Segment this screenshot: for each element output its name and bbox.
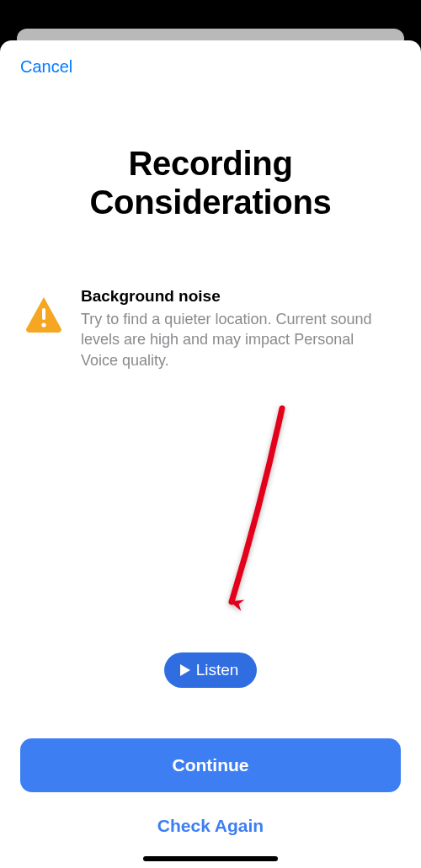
listen-button[interactable]: Listen	[164, 652, 258, 688]
modal-sheet: Cancel Recording Considerations Backgrou…	[0, 40, 421, 868]
consideration-body: Try to find a quieter location. Current …	[81, 309, 394, 370]
listen-button-container: Listen	[20, 652, 401, 688]
svg-rect-0	[42, 308, 45, 320]
cancel-button[interactable]: Cancel	[20, 54, 72, 80]
spacer	[20, 370, 401, 652]
page-title-line1: Recording	[128, 145, 292, 182]
home-indicator	[143, 856, 278, 861]
continue-button[interactable]: Continue	[20, 738, 401, 792]
page-title-line2: Considerations	[90, 184, 332, 221]
consideration-text: Background noise Try to find a quieter l…	[81, 287, 397, 370]
play-icon	[179, 663, 191, 677]
svg-point-1	[41, 322, 45, 327]
check-again-button[interactable]: Check Again	[157, 816, 264, 836]
consideration-item: Background noise Try to find a quieter l…	[20, 287, 401, 370]
listen-button-label: Listen	[196, 661, 239, 679]
page-title: Recording Considerations	[20, 144, 401, 221]
consideration-heading: Background noise	[81, 287, 394, 306]
warning-triangle-icon	[24, 296, 64, 333]
